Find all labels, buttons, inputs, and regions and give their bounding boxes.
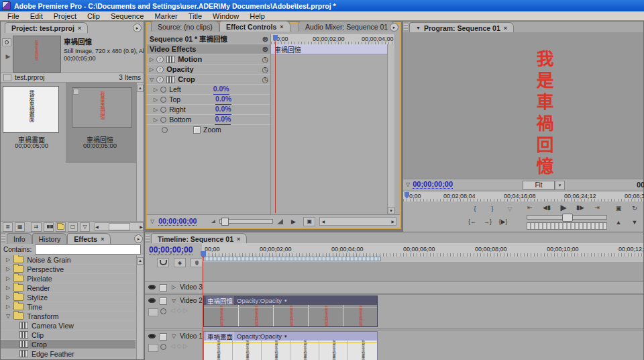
panel-menu-button[interactable]: ▸ [133,24,142,32]
toggle-keyframes-icon[interactable] [160,344,166,350]
clip-effect-label[interactable]: Opacity:Opacity [237,297,282,304]
close-icon[interactable]: × [280,24,283,30]
param-value[interactable]: 0.0% [213,84,229,95]
playhead-handle[interactable] [405,192,409,199]
find-button[interactable] [44,222,54,232]
twirl-icon[interactable]: ▷ [6,257,10,263]
param-value[interactable]: 0.0% [215,94,231,105]
ec-param-left[interactable]: ▷ Left 0.0% [147,85,270,95]
stopwatch-icon[interactable]: ◷ [262,75,268,85]
dropdown-icon[interactable]: ▾ [284,298,287,304]
effect-crop[interactable]: Crop [1,340,136,349]
goto-previous-edit-button[interactable]: ⇤ [524,203,536,212]
project-scrollbar[interactable]: ▲ [136,83,144,221]
menu-project[interactable]: Project [49,12,81,20]
menu-marker[interactable]: Marker [150,12,182,20]
stopwatch-icon[interactable]: ◷ [262,54,268,64]
twirl-icon[interactable]: ▽ [150,75,154,85]
param-value[interactable]: 0.0% [215,104,231,115]
ec-effect-row-crop[interactable]: ▽ ƒ Crop ◷ [147,75,270,85]
twirl-icon[interactable]: ▷ [6,266,10,272]
toggle-track-output-icon[interactable] [148,285,156,289]
folder-noise-grain[interactable]: ▷Noise & Grain [1,255,136,265]
close-icon[interactable]: × [504,25,507,32]
twirl-icon[interactable]: ▽ [172,333,176,339]
zoom-out-icon[interactable] [211,220,215,223]
menu-edit[interactable]: Edit [25,12,48,20]
snapshot-button[interactable]: ▣ [303,217,315,226]
list-item[interactable]: 我是車禍畫面 車禍畫面 00;00;05;00 [1,83,66,163]
tab-effect-controls[interactable]: Effect Controls× [219,21,290,32]
tab-source[interactable]: Source: (no clips) [151,21,219,32]
twirl-icon[interactable]: ▽ [6,313,10,319]
scroll-up-icon[interactable]: ▲ [137,85,144,92]
scroll-left-icon[interactable]: ◀ [95,224,99,229]
menu-clip[interactable]: Clip [83,12,105,20]
new-bin-button[interactable] [56,222,66,232]
twirl-icon[interactable]: ▷ [154,95,158,105]
track-lock-checkbox[interactable] [160,298,167,305]
set-marker-button[interactable]: ▽ [504,204,516,213]
loop-button[interactable]: ↻ [629,204,641,212]
contains-input[interactable] [35,244,141,255]
menu-file[interactable]: File [3,12,24,20]
flyout-icon[interactable]: ▼ [416,26,421,30]
scroll-left-icon[interactable]: ◀ [320,219,325,224]
program-timecode[interactable]: 00;00;00;00 [413,180,453,189]
work-area-bar[interactable] [203,257,381,261]
twirl-icon[interactable]: ▽ [150,218,154,224]
effect-enabled-icon[interactable]: ƒ [156,76,164,83]
timeline-timecode[interactable]: 00;00;00;00 [149,245,193,255]
set-out-point-button[interactable]: } [486,204,498,213]
clip-effect-label[interactable]: Opacity:Opacity [237,332,282,340]
panel-grabber[interactable] [404,22,408,32]
program-ruler[interactable]: 0;00 00;02;08;04 00;04;16;08 00;06;24;12… [403,191,643,202]
ec-param-zoom[interactable]: Zoom [147,125,270,135]
menu-sequence[interactable]: Sequence [106,12,149,20]
twirl-icon[interactable]: ▷ [6,304,10,310]
play-effect-button[interactable]: ▶ [287,217,299,226]
toggle-animation-icon[interactable] [160,107,166,113]
lift-button[interactable]: ▲ [612,218,625,226]
panel-grabber[interactable] [1,233,5,242]
set-display-style-button[interactable] [148,308,158,316]
preview-thumbnail[interactable]: 我是車禍回憶 [13,36,61,73]
menu-window[interactable]: Window [208,12,244,20]
zoom-slider[interactable] [219,219,273,224]
project-hscrollbar[interactable]: ◀ ▶ [95,222,144,231]
zoom-level-select[interactable]: Fit [523,181,555,190]
chapter-marker-button[interactable]: ◈ [174,258,186,267]
menu-title[interactable]: Title [184,12,207,20]
icon-view-button[interactable]: ▦ [15,222,25,232]
ec-hscrollbar[interactable]: ◀ ▶ [319,217,396,226]
twirl-icon[interactable]: ▷ [150,64,154,75]
effect-camera-view[interactable]: Camera View [1,321,136,330]
twirl-icon[interactable]: ▷ [172,284,176,290]
scroll-down-icon[interactable]: ▼ [388,207,394,214]
ec-param-top[interactable]: ▷ Top 0.0% [147,95,270,105]
panel-grabber[interactable] [146,233,150,242]
ec-vscrollbar[interactable]: ▼ [387,44,394,214]
toggle-animation-icon[interactable] [160,117,166,123]
ec-param-right[interactable]: ▷ Right 0.0% [147,105,270,115]
extract-button[interactable]: ▼ [629,218,641,226]
zoom-in-icon[interactable] [277,219,283,224]
toggle-animation-icon[interactable] [160,97,166,103]
panel-menu-button[interactable]: ▸ [134,234,143,243]
tab-info[interactable]: Info [7,233,32,244]
toggle-keyframes-icon[interactable] [160,308,166,314]
automate-to-sequence-button[interactable]: ⇉ [31,222,41,232]
toggle-animation-icon[interactable] [160,87,166,93]
bin-row[interactable]: test.prproj 3 Items [1,73,144,83]
new-item-button[interactable]: ▢ [68,222,78,232]
set-display-style-button[interactable] [148,344,158,352]
folder-perspective[interactable]: ▷Perspective [1,265,136,274]
effect-enabled-icon[interactable]: ƒ [156,66,164,73]
snap-button[interactable] [157,258,169,267]
twirl-icon[interactable]: ▷ [6,275,10,281]
tab-history[interactable]: History [32,233,68,244]
play-button[interactable]: ▶ [557,203,570,212]
folder-stylize[interactable]: ▷Stylize [1,293,136,302]
bypass-icon[interactable]: ⊗ [262,44,268,54]
tab-program[interactable]: ▼ Program: Sequence 01 × [409,22,514,33]
